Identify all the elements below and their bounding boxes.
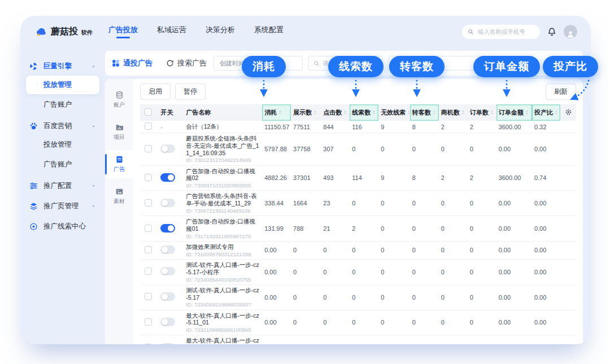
row-checkbox[interactable]	[145, 199, 152, 207]
row-toggle[interactable]	[160, 199, 175, 207]
status-select[interactable]: 广告状态	[389, 56, 488, 71]
column-header[interactable]: 点击数	[321, 104, 350, 121]
metric-cell: 0	[410, 216, 439, 242]
column-header[interactable]: 商机数	[439, 104, 468, 121]
sidebar-group-label: 推广线索中心	[43, 222, 96, 231]
metric-cell: 0.00	[532, 241, 560, 259]
table-row: 最大-软件-真人口播-一步-cz-5.11ID: 723185586685645…	[140, 335, 576, 344]
row-checkbox[interactable]	[145, 318, 152, 326]
refresh-button[interactable]: 刷新	[546, 84, 576, 100]
tab-item[interactable]: 搜索广告	[166, 58, 207, 68]
column-header[interactable]: 展示数	[291, 104, 321, 121]
column-header[interactable]: 线索数	[350, 104, 378, 121]
sort-icon[interactable]	[313, 109, 317, 116]
rail-item-label: 广告	[114, 165, 125, 173]
nav-item[interactable]: 系统配置	[254, 25, 284, 38]
date-filter[interactable]: 创建时间 请选择	[213, 56, 303, 71]
row-toggle[interactable]	[160, 245, 175, 254]
app-logo: 蘑菇投 软件	[34, 26, 93, 38]
sort-icon[interactable]	[278, 109, 282, 116]
sidebar-item[interactable]: 广告账户	[26, 95, 99, 114]
table-row: 测试-软件-真人口播-一步-cz-5.17-小程序ID: 72340854401…	[140, 259, 576, 284]
row-checkbox[interactable]	[145, 293, 152, 300]
sidebar-group[interactable]: 巨量引擎	[26, 58, 99, 74]
table-area: 启用 暂停 刷新 开关广告名称消耗	[133, 79, 583, 344]
row-checkbox[interactable]	[145, 225, 152, 232]
column-header[interactable]: 消耗	[262, 104, 291, 121]
metric-cell: 0	[468, 335, 496, 344]
metric-cell: 0	[468, 133, 496, 166]
sort-icon[interactable]	[554, 109, 559, 116]
metric-cell: 5797.88	[262, 133, 291, 166]
sort-icon[interactable]	[432, 109, 437, 116]
column-header[interactable]: 投产比	[532, 104, 560, 121]
sort-icon[interactable]	[490, 109, 494, 116]
ad-id: ID: 7317132921855967270	[186, 233, 260, 239]
sidebar-item[interactable]: 广告账户	[26, 155, 99, 174]
column-settings-button[interactable]	[560, 104, 576, 121]
column-label: 转客数	[412, 109, 431, 116]
row-toggle[interactable]	[160, 267, 175, 275]
table-row: 加微效果测试专用ID: 73100957803121213980.0000000…	[140, 241, 576, 259]
pause-button[interactable]: 暂停	[175, 84, 206, 100]
metric-cell: 0	[378, 259, 410, 284]
metric-cell: 1664	[291, 191, 321, 216]
row-checkbox[interactable]	[145, 122, 152, 130]
sidebar-group-label: 巨量引擎	[43, 62, 86, 71]
rail-item[interactable]: 广告	[105, 150, 133, 178]
row-toggle[interactable]	[160, 343, 175, 344]
rail-item[interactable]: 素材	[105, 182, 133, 210]
metric-cell: 493	[321, 165, 350, 191]
column-header[interactable]: 订单数	[468, 104, 496, 121]
column-header[interactable]: 订单金额	[496, 104, 532, 121]
sidebar-group[interactable]: 推广线索中心	[26, 218, 99, 235]
sort-icon[interactable]	[343, 109, 347, 116]
sidebar-group[interactable]: 百度营销	[26, 117, 99, 134]
metric-cell: 0.00	[532, 284, 560, 310]
metric-cell: 0	[439, 216, 468, 242]
sort-icon[interactable]	[461, 109, 465, 116]
global-search-input[interactable]	[477, 28, 534, 36]
nav-item[interactable]: 私域运营	[157, 25, 186, 38]
sort-icon[interactable]	[372, 109, 376, 116]
metric-cell: 0.00	[532, 259, 560, 284]
column-header[interactable]: 无效线索	[378, 104, 410, 121]
action-row: 启用 暂停 刷新	[140, 84, 576, 100]
column-header[interactable]: 转客数	[410, 104, 439, 121]
tab-active[interactable]: 通投广告	[112, 58, 152, 68]
bell-icon[interactable]	[547, 27, 556, 37]
ad-search-input[interactable]: 请输入广告名称或项目名称	[308, 56, 383, 71]
enable-button[interactable]: 启用	[140, 84, 171, 100]
global-search[interactable]	[462, 25, 540, 39]
status-select-value: 广告状态	[394, 59, 419, 68]
row-checkbox[interactable]	[145, 145, 152, 152]
sidebar-item[interactable]: 投放管理	[26, 76, 99, 94]
row-toggle[interactable]	[160, 173, 175, 182]
row-checkbox[interactable]	[145, 344, 152, 344]
sort-icon[interactable]	[525, 109, 529, 116]
tab-label: 通投广告	[123, 58, 152, 68]
column-label: 点击数	[323, 109, 342, 116]
rail-item[interactable]: 项目	[105, 118, 133, 146]
sidebar-group[interactable]: 推广页管理	[26, 198, 99, 214]
row-checkbox[interactable]	[145, 174, 152, 181]
row-toggle[interactable]	[160, 292, 175, 301]
rail-item[interactable]: 账户	[105, 86, 133, 114]
date-filter-label: 创建时间	[220, 59, 245, 68]
select-all-checkbox[interactable]	[145, 108, 152, 116]
row-toggle[interactable]	[160, 224, 175, 233]
topbar: 蘑菇投 软件 广告投放私域运营决策分析系统配置	[20, 16, 591, 47]
nav-item[interactable]: 广告投放	[108, 25, 138, 38]
metric-cell: 0	[468, 259, 496, 284]
sliders-icon	[29, 182, 38, 190]
sidebar-item[interactable]: 投放管理	[26, 135, 99, 154]
avatar[interactable]	[564, 25, 577, 38]
row-checkbox[interactable]	[145, 246, 152, 253]
nav-item[interactable]: 决策分析	[206, 25, 235, 38]
sidebar-group[interactable]: 推广配置	[26, 177, 99, 194]
metric-cell: 0	[321, 241, 350, 259]
row-checkbox[interactable]	[145, 267, 152, 275]
row-toggle[interactable]	[160, 318, 175, 326]
sort-icon[interactable]	[407, 109, 410, 116]
row-toggle[interactable]	[160, 144, 175, 153]
